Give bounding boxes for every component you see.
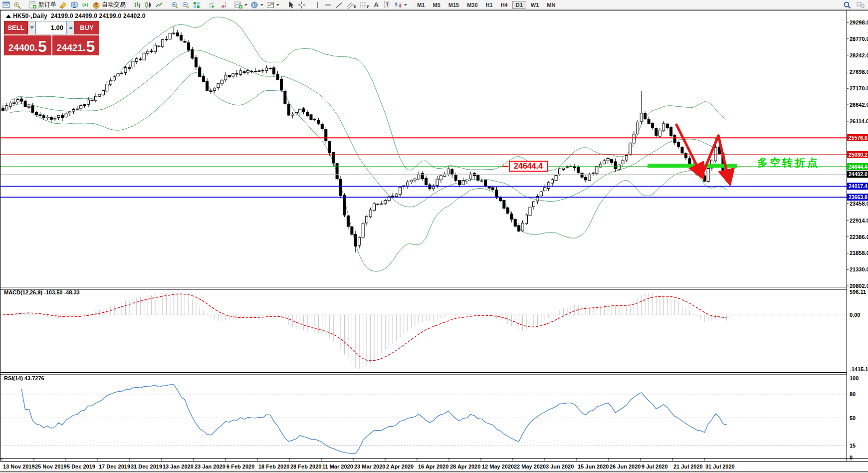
date-axis-label: 6 Feb 2020 <box>226 464 254 470</box>
profiles-button[interactable] <box>12 0 22 9</box>
date-axis-label: 31 Jul 2020 <box>705 464 735 470</box>
tile-windows-button[interactable] <box>192 0 202 9</box>
indicators-dropdown-icon[interactable] <box>244 4 247 6</box>
price-annotation-box[interactable]: 24644.4 <box>509 161 548 172</box>
timeframe-button-M1[interactable]: M1 <box>414 1 428 9</box>
macd-axis-label: -1415.19 <box>850 366 868 372</box>
sell-price-big-digit: 5 <box>38 38 47 54</box>
rsi-axis-label: 50 <box>850 415 868 421</box>
turning-point-zone-bar[interactable] <box>648 164 737 168</box>
bar-chart-button[interactable] <box>132 0 142 9</box>
arrows-button[interactable] <box>393 0 408 9</box>
new-order-button[interactable]: 新订单 <box>28 0 57 9</box>
timeframe-button-M30[interactable]: M30 <box>463 1 481 9</box>
candlestick-series <box>2 27 728 252</box>
autotrading-button[interactable]: 自动交易 <box>91 0 127 9</box>
rsi-axis-label: 15 <box>850 443 868 449</box>
main-toolbar: 新订单 自动交易 E F A T M1M5M15M30H1H4D1W1MN <box>0 0 868 10</box>
new-order-label: 新订单 <box>38 0 56 9</box>
price-axis-label: 28242.0 <box>850 52 868 58</box>
sell-button[interactable]: SELL <box>4 21 28 34</box>
timeframe-buttons: M1M5M15M30H1H4D1W1MN <box>414 1 559 9</box>
vertical-line-button[interactable] <box>312 0 322 9</box>
price-tag-24644.4: 24644.4 <box>847 163 868 170</box>
search-icon[interactable] <box>842 0 852 9</box>
sell-price[interactable]: 24400.5 <box>4 35 51 55</box>
line-chart-button[interactable] <box>154 0 164 9</box>
eraser-icon[interactable] <box>58 0 68 9</box>
volume-down-button[interactable] <box>28 21 35 34</box>
volume-up-button[interactable] <box>67 21 74 34</box>
zoom-out-button[interactable] <box>181 0 191 9</box>
arrows-dropdown-icon[interactable] <box>404 4 407 6</box>
timeframe-button-M15[interactable]: M15 <box>445 1 462 9</box>
rsi-axis-label: 80 <box>850 391 868 397</box>
price-axis-label: 26114.0 <box>850 118 868 124</box>
zigzag-arrow-down-2[interactable] <box>718 136 729 182</box>
fibonacci-letter: F <box>367 4 369 9</box>
cursor-button[interactable] <box>286 0 296 9</box>
timeframe-button-H1[interactable]: H1 <box>482 1 496 9</box>
signals-button[interactable] <box>80 0 90 9</box>
periods-button[interactable] <box>249 0 264 9</box>
templates-button[interactable] <box>265 0 280 9</box>
timeframe-button-MN[interactable]: MN <box>543 1 559 9</box>
auto-scroll-button[interactable] <box>207 0 217 9</box>
volume-input[interactable]: 1.00 <box>35 21 67 34</box>
price-tag-24402.0: 24402.0 <box>847 171 868 178</box>
price-axis-label: 27170.0 <box>850 85 868 91</box>
timeframe-button-H4[interactable]: H4 <box>497 1 511 9</box>
price-axis-label: 26642.0 <box>850 102 868 108</box>
one-click-collapse-icon[interactable] <box>6 14 11 18</box>
channel-button[interactable]: E <box>345 0 357 9</box>
price-box-dash <box>502 166 508 167</box>
crosshair-button[interactable] <box>297 0 307 9</box>
indicators-button[interactable] <box>233 0 248 9</box>
experts-button[interactable] <box>69 0 79 9</box>
trendline-button[interactable] <box>334 0 344 9</box>
stepper-down-icon <box>30 26 34 29</box>
chart-shift-button[interactable] <box>218 0 228 9</box>
candlestick-button[interactable] <box>143 0 153 9</box>
date-axis-label: 21 Jul 2020 <box>673 464 703 470</box>
zoom-in-button[interactable] <box>170 0 180 9</box>
timeframe-button-D1[interactable]: D1 <box>512 1 526 9</box>
zigzag-arrow-down-1[interactable] <box>676 125 702 176</box>
text-button[interactable]: A <box>371 0 381 9</box>
date-axis-label: 26 Jun 2020 <box>610 464 641 470</box>
rsi-label: RSI(14) 43.7276 <box>4 375 44 381</box>
buy-price-big-digit: 5 <box>86 38 95 54</box>
buy-button[interactable]: BUY <box>74 21 99 34</box>
price-axis-label: 21330.0 <box>850 266 868 272</box>
date-axis-label: 5 Dec 2019 <box>67 464 95 470</box>
new-chart-button[interactable] <box>1 0 11 9</box>
date-axis-label: 25 Nov 2019 <box>35 464 67 470</box>
templates-dropdown-icon[interactable] <box>276 4 279 6</box>
chart-title: HK50-,Daily 24199.0 24499.0 24199.0 2440… <box>13 12 146 19</box>
timeframe-button-W1[interactable]: W1 <box>527 1 543 9</box>
buy-price[interactable]: 24421.5 <box>52 35 100 55</box>
main-chart-area <box>2 17 728 271</box>
one-click-trading-panel: SELL 1.00 BUY 24400.5 24421.5 <box>4 21 99 55</box>
text-label-button[interactable]: T <box>382 0 392 9</box>
date-axis-label: 11 Mar 2020 <box>322 464 353 470</box>
macd-axis-label: 596.11 <box>850 289 868 295</box>
date-axis-label: 2 Apr 2020 <box>386 464 414 470</box>
date-axis-label: 17 Dec 2019 <box>99 464 130 470</box>
date-axis-label: 13 Jan 2020 <box>163 464 194 470</box>
periods-dropdown-icon[interactable] <box>260 4 263 6</box>
bollinger-upper-band <box>10 17 727 170</box>
fibonacci-button[interactable]: F <box>358 0 370 9</box>
price-axis-label: 20802.0 <box>850 283 868 289</box>
timeframe-button-M5[interactable]: M5 <box>430 1 444 9</box>
price-axis-label: 28770.0 <box>850 36 868 42</box>
horizontal-line-button[interactable] <box>323 0 333 9</box>
turning-point-label[interactable]: 多空转折点 <box>757 156 820 170</box>
rsi-line <box>21 385 727 454</box>
date-axis-label: 16 Apr 2020 <box>418 464 448 470</box>
chart-canvas[interactable] <box>0 0 868 473</box>
macd-histogram <box>3 292 727 369</box>
macd-label: MACD(12,26,9) -103.50 -48.33 <box>4 289 80 295</box>
date-axis-label: 18 Feb 2020 <box>258 464 289 470</box>
chat-icon[interactable] <box>855 0 866 9</box>
